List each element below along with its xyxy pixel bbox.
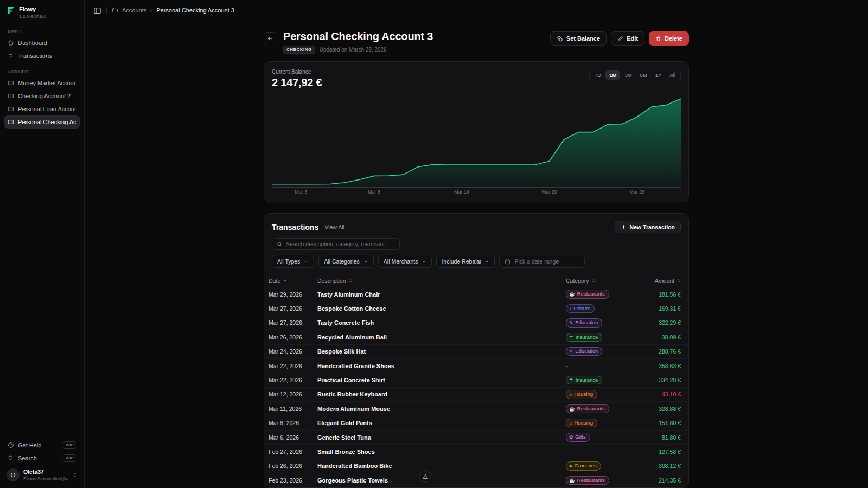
date-range-picker[interactable]: Pick a date range xyxy=(499,255,585,268)
filter-all-merchants[interactable]: All Merchants xyxy=(378,255,432,268)
cell-date: Mar 24, 2026 xyxy=(269,348,317,355)
triangle-icon xyxy=(422,473,429,480)
cell-date: Mar 22, 2026 xyxy=(269,363,317,369)
table-row[interactable]: Mar 8, 2026Elegant Gold Pants⌂Housing151… xyxy=(264,416,688,431)
filter-all-categories[interactable]: All Categories xyxy=(318,255,373,268)
range-button-1y[interactable]: 1Y xyxy=(652,70,666,80)
table-row[interactable]: Mar 29, 2026Tasty Aluminum Chair☕Restaur… xyxy=(264,287,688,301)
category-label: Housing xyxy=(574,420,593,426)
sidebar-item-money-market-account-1[interactable]: Money Market Account 1 xyxy=(4,76,80,89)
set-balance-button[interactable]: Set Balance xyxy=(550,31,607,46)
filter-include-rebalanc[interactable]: Include Rebalanc xyxy=(436,255,495,268)
leisure-icon: ♪ xyxy=(569,306,571,311)
column-date-label: Date xyxy=(269,278,280,284)
cell-amount: -43,10 € xyxy=(631,391,681,397)
get-help-item[interactable]: Get Help WIP xyxy=(4,439,80,452)
cell-category: - xyxy=(566,362,631,370)
chevrons-up-down-icon xyxy=(676,279,681,283)
search-row xyxy=(264,233,688,250)
cell-category: ⌂Housing xyxy=(566,419,631,427)
user-email: Evans.Schowalter@yahoo.c... xyxy=(23,476,68,481)
table-row[interactable]: Mar 24, 2026Bespoke Silk Hat✎Education28… xyxy=(264,345,688,359)
table-row[interactable]: Mar 27, 2026Bespoke Cotton Cheese♪Leisur… xyxy=(264,301,688,316)
column-header-amount[interactable]: Amount xyxy=(631,278,681,284)
category-label: Groceries xyxy=(575,463,597,468)
x-axis-tick: Mar 3 xyxy=(295,189,307,195)
back-button[interactable] xyxy=(264,32,276,44)
table-row[interactable]: Mar 27, 2026Tasty Concrete Fish✎Educatio… xyxy=(264,316,688,330)
cell-description: Tasty Aluminum Chair xyxy=(317,291,566,298)
new-transaction-button[interactable]: New Transaction xyxy=(615,221,681,233)
category-label: Education xyxy=(575,320,598,325)
table-row[interactable]: Mar 26, 2026Recycled Aluminum Ball☂Insur… xyxy=(264,330,688,344)
flowy-logo-icon xyxy=(7,6,15,15)
range-button-all[interactable]: All xyxy=(666,70,679,80)
accounts-section-label: Accounts xyxy=(4,66,80,76)
chevron-down-icon xyxy=(363,259,368,264)
search-item[interactable]: Search WIP xyxy=(4,452,80,465)
education-icon: ✎ xyxy=(569,320,573,325)
table-row[interactable]: Mar 6, 2026Generic Steel Tuna✿Gifts81,80… xyxy=(264,431,688,445)
transactions-header: Transactions View All New Transaction xyxy=(264,221,688,233)
range-button-6m[interactable]: 6M xyxy=(636,70,651,80)
search-input[interactable] xyxy=(286,241,395,247)
column-header-category[interactable]: Category xyxy=(566,278,631,284)
table-row[interactable]: Mar 11, 2026Modern Aluminum Mouse☕Restau… xyxy=(264,402,688,416)
filter-label: All Categories xyxy=(324,258,359,265)
range-button-1m[interactable]: 1M xyxy=(605,70,620,80)
sidebar-item-checking-account-2[interactable]: Checking Account 2 xyxy=(4,89,80,102)
pencil-icon xyxy=(617,36,623,42)
devtools-indicator[interactable] xyxy=(419,470,431,483)
sidebar: Flowy 1.0.0-alpha.0 Menu DashboardTransa… xyxy=(0,0,85,488)
column-header-description[interactable]: Description xyxy=(317,278,566,284)
cell-description: Handcrafted Bamboo Bike xyxy=(317,463,566,469)
table-row[interactable]: Mar 12, 2026Rustic Rubber Keyboard⌂Housi… xyxy=(264,388,688,402)
sidebar-item-dashboard[interactable]: Dashboard xyxy=(4,36,80,49)
view-all-link[interactable]: View All xyxy=(324,224,344,230)
filter-all-types[interactable]: All Types xyxy=(272,255,314,268)
delete-button[interactable]: Delete xyxy=(649,31,689,46)
coins-icon xyxy=(557,35,563,42)
sidebar-item-personal-checking-account-3[interactable]: Personal Checking Account 3 xyxy=(4,115,80,129)
chevron-down-icon xyxy=(422,259,426,264)
sidebar-toggle-icon[interactable] xyxy=(93,7,101,15)
sidebar-item-transactions[interactable]: Transactions xyxy=(4,49,80,62)
housing-icon: ⌂ xyxy=(569,421,572,426)
column-header-date[interactable]: Date xyxy=(269,278,317,284)
cell-amount: 38,09 € xyxy=(631,334,681,341)
sidebar-footer: Get Help WIP Search WIP O Oleta37 Evans.… xyxy=(4,439,80,484)
transactions-icon xyxy=(8,53,14,59)
cell-date: Mar 29, 2026 xyxy=(269,291,317,298)
table-row[interactable]: Mar 22, 2026Handcrafted Granite Shoes-35… xyxy=(264,359,688,373)
cell-description: Bespoke Silk Hat xyxy=(317,348,566,355)
sidebar-item-personal-loan-account-4[interactable]: Personal Loan Account 4 xyxy=(4,102,80,115)
x-axis-tick: Mar 14 xyxy=(454,189,469,195)
balance-value: 2 147,92 € xyxy=(272,76,322,89)
cell-date: Mar 12, 2026 xyxy=(269,391,317,397)
range-button-3m[interactable]: 3M xyxy=(621,70,635,80)
cell-date: Mar 26, 2026 xyxy=(269,334,317,341)
breadcrumb-accounts[interactable]: Accounts xyxy=(122,7,146,14)
account-type-badge: CHECKING xyxy=(283,46,315,54)
balance-card-top: Current Balance 2 147,92 € 7D1M3M6M1YAll xyxy=(264,69,688,89)
range-button-7d[interactable]: 7D xyxy=(591,70,605,80)
table-header: Date Description Category xyxy=(264,274,688,287)
cell-amount: 288,76 € xyxy=(631,348,681,355)
balance-label: Current Balance xyxy=(272,69,322,75)
table-row[interactable]: Feb 26, 2026Handcrafted Bamboo Bike♣Groc… xyxy=(264,459,688,473)
topbar: Accounts › Personal Checking Account 3 xyxy=(85,0,868,21)
app-brand[interactable]: Flowy 1.0.0-alpha.0 xyxy=(4,4,80,25)
table-row[interactable]: Feb 23, 2026Gorgeous Plastic Towels☕Rest… xyxy=(264,473,688,487)
cell-description: Elegant Gold Pants xyxy=(317,420,566,426)
user-menu[interactable]: O Oleta37 Evans.Schowalter@yahoo.c... xyxy=(4,465,80,484)
table-row[interactable]: Feb 27, 2026Small Bronze Shoes-127,58 € xyxy=(264,445,688,459)
cell-category: ✿Gifts xyxy=(566,433,631,441)
category-badge-housing: ⌂Housing xyxy=(566,390,597,399)
category-label: Restaurants xyxy=(577,291,605,297)
edit-button[interactable]: Edit xyxy=(611,31,644,46)
category-badge-education: ✎Education xyxy=(566,318,602,327)
category-badge-leisure: ♪Leisure xyxy=(566,304,595,313)
transactions-title: Transactions xyxy=(272,223,318,232)
table-row[interactable]: Mar 22, 2026Practical Concrete Shirt☂Ins… xyxy=(264,373,688,387)
x-axis-tick: Mar 26 xyxy=(629,189,644,195)
